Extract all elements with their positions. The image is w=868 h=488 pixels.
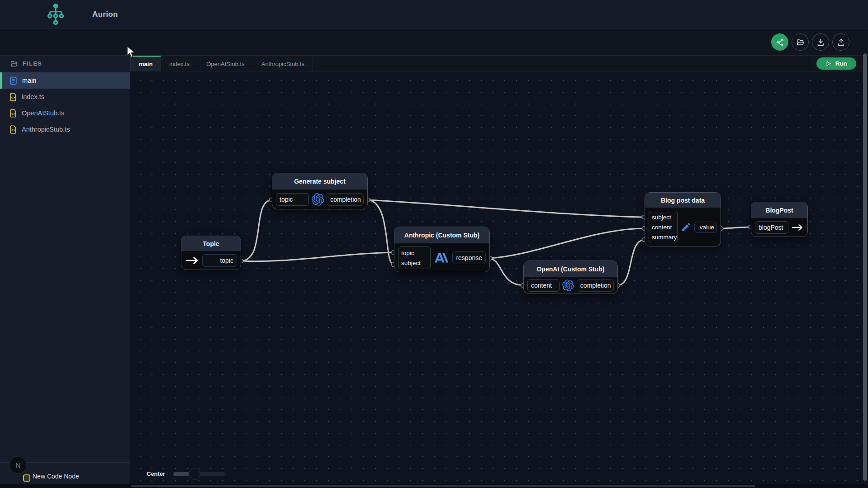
tab-openaistub-ts[interactable]: OpenAIStub.ts: [198, 56, 253, 71]
file-label: main: [22, 77, 36, 84]
output-label-response: response: [452, 251, 486, 264]
top-toolbar: [0, 29, 868, 55]
file-label: AnthropicStub.ts: [22, 126, 70, 133]
tab-anthropicstub-ts[interactable]: AnthropicStub.ts: [253, 56, 313, 71]
files-sidebar: FILES main index.ts OpenAIStub.ts: [0, 55, 130, 488]
edge-generate-subject-to-anthropic: [368, 200, 394, 265]
edge-anthropic-to-blog-post-data: [490, 228, 644, 258]
tab-label: index.ts: [169, 61, 190, 67]
tab-index-ts[interactable]: index.ts: [161, 56, 198, 71]
input-label-blogpost: blogPost: [755, 221, 788, 234]
output-label-value: value: [694, 222, 717, 233]
horizontal-scrollbar[interactable]: [0, 484, 868, 488]
node-blogpost[interactable]: BlogPost blogPost: [751, 202, 808, 237]
ts-file-icon: [9, 125, 17, 134]
sidebar-item-anthropicstub-ts[interactable]: AnthropicStub.ts: [0, 121, 130, 137]
node-openai-custom-stub[interactable]: OpenAI (Custom Stub) content completion: [523, 261, 618, 294]
horizontal-scrollbar-thumb[interactable]: [131, 485, 755, 487]
output-label-topic: topic: [202, 254, 237, 267]
node-topic[interactable]: Topic topic: [181, 236, 241, 270]
open-folder-icon: [796, 38, 805, 47]
node-canvas[interactable]: Topic topic Generate subject topic compl…: [130, 71, 868, 488]
editor-tabbar: main index.ts OpenAIStub.ts AnthropicStu…: [130, 55, 868, 71]
app-title: Aurion: [92, 10, 118, 19]
sidebar-item-main[interactable]: main: [0, 72, 130, 89]
input-label-topic: topic: [401, 248, 427, 258]
input-group: topic subject: [398, 246, 431, 269]
pencil-icon: [681, 222, 692, 232]
upload-icon: [837, 38, 845, 47]
tab-label: OpenAIStub.ts: [206, 61, 245, 67]
openai-icon: [312, 193, 324, 206]
files-header-label: FILES: [23, 61, 42, 67]
sidebar-item-index-ts[interactable]: index.ts: [0, 89, 130, 105]
avatar[interactable]: N: [9, 456, 27, 474]
download-button[interactable]: [812, 33, 829, 51]
share-button[interactable]: [771, 33, 788, 51]
center-button[interactable]: Center: [147, 470, 165, 477]
node-title[interactable]: Generate subject: [272, 173, 367, 190]
vertical-scrollbar-thumb[interactable]: [863, 53, 867, 481]
sidebar-item-openaistub-ts[interactable]: OpenAIStub.ts: [0, 105, 130, 121]
tab-label: AnthropicStub.ts: [261, 61, 304, 67]
node-generate-subject[interactable]: Generate subject topic completion: [272, 173, 368, 209]
folder-icon: [10, 60, 18, 68]
edge-openai-to-blog-post-data: [618, 240, 644, 285]
openai-icon: [562, 279, 574, 292]
edge-generate-subject-to-blog-post-data: [368, 200, 644, 217]
edge-anthropic-to-openai: [490, 258, 523, 285]
anthropic-icon: [433, 251, 450, 265]
files-header: FILES: [0, 56, 130, 72]
node-title[interactable]: BlogPost: [751, 202, 807, 218]
run-area: Run: [809, 56, 868, 71]
edge-topic-to-anthropic: [241, 252, 394, 261]
ts-file-icon: [9, 109, 17, 118]
sidebar-footer: New Code Node N: [0, 462, 130, 484]
aurion-logo-icon: [45, 2, 66, 27]
run-label: Run: [835, 60, 847, 67]
zoom-slider-knob[interactable]: [189, 468, 200, 480]
play-icon: [825, 61, 831, 66]
avatar-letter: N: [16, 461, 21, 469]
app-header: Aurion: [0, 0, 868, 29]
arrow-right-icon: [185, 256, 199, 265]
node-blog-post-data[interactable]: Blog post data subject content summary v…: [645, 192, 721, 246]
node-title[interactable]: Blog post data: [645, 193, 721, 208]
input-label-summary: summary: [652, 232, 674, 242]
node-title[interactable]: Topic: [181, 236, 241, 251]
document-icon: [9, 76, 17, 85]
input-label-content: content: [652, 222, 674, 232]
node-title[interactable]: OpenAI (Custom Stub): [524, 261, 617, 277]
arrow-right-icon: [791, 223, 804, 232]
input-group: subject content summary: [649, 211, 678, 243]
input-label-subject: subject: [401, 258, 427, 268]
edge-topic-to-generate-subject: [241, 200, 271, 261]
share-icon: [776, 38, 784, 47]
input-label-topic: topic: [276, 193, 309, 206]
edges-layer: [130, 71, 868, 488]
file-label: index.ts: [22, 93, 44, 100]
upload-button[interactable]: [832, 33, 849, 51]
download-icon: [816, 38, 825, 47]
output-label-completion: completion: [577, 279, 614, 292]
tab-main[interactable]: main: [130, 56, 161, 71]
node-anthropic-custom-stub[interactable]: Anthropic (Custom Stub) topic subject re…: [394, 227, 490, 272]
vertical-scrollbar[interactable]: [862, 29, 868, 488]
edge-blog-post-data-to-blogpost: [721, 227, 750, 228]
node-title[interactable]: Anthropic (Custom Stub): [394, 227, 489, 244]
file-label: OpenAIStub.ts: [22, 109, 64, 117]
output-label-completion: completion: [327, 193, 364, 206]
tab-label: main: [139, 61, 152, 67]
ts-file-icon: [9, 93, 17, 101]
open-file-button[interactable]: [792, 33, 809, 51]
code-node-icon: [23, 474, 30, 482]
app-window: Aurion: [0, 0, 868, 488]
new-code-node-button[interactable]: New Code Node: [33, 473, 79, 480]
input-label-content: content: [527, 279, 560, 292]
run-button[interactable]: Run: [816, 57, 856, 70]
input-label-subject: subject: [652, 212, 674, 222]
